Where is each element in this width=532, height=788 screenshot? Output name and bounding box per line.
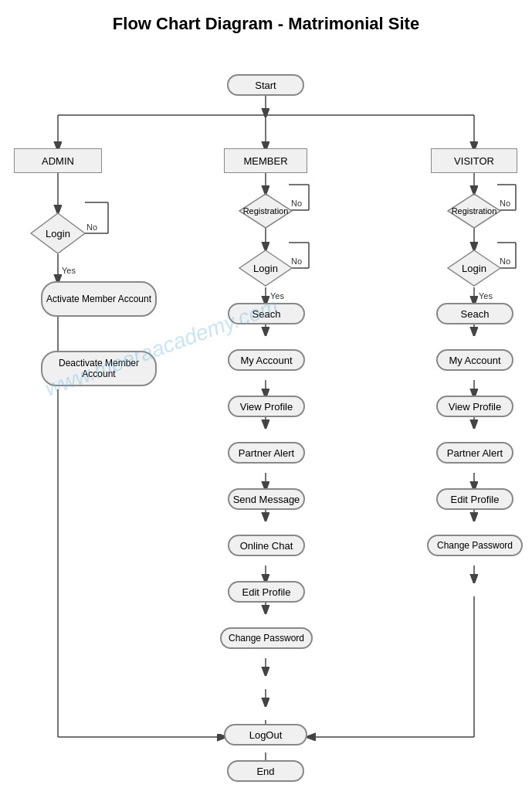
svg-text:Yes: Yes [62, 266, 76, 275]
visitor-editprofile-box: Edit Profile [436, 488, 513, 510]
end-node: End [227, 760, 304, 782]
activate-box: Activate Member Account [41, 281, 157, 317]
visitor-login-diamond: Login [446, 249, 502, 287]
logout-box: LogOut [224, 724, 307, 746]
visitor-changepassword-box: Change Password [427, 535, 523, 556]
admin-login-diamond: Login [29, 212, 86, 255]
start-node: Start [227, 74, 304, 96]
member-box: MEMBER [224, 148, 307, 173]
visitor-search-box: Seach [436, 303, 513, 324]
visitor-reg-diamond: Registration [446, 192, 502, 229]
admin-box: ADMIN [14, 148, 102, 173]
member-viewprofile-box: View Profile [228, 396, 305, 417]
svg-text:No: No [86, 222, 97, 232]
member-reg-diamond: Registration [238, 192, 293, 229]
visitor-partneralert-box: Partner Alert [436, 442, 513, 464]
member-account-box: My Account [228, 349, 305, 371]
deactivate-box: Deactivate Member Account [41, 351, 157, 386]
svg-text:Yes: Yes [479, 291, 493, 301]
member-partneralert-box: Partner Alert [228, 442, 305, 464]
member-onlinechat-box: Online Chat [228, 535, 305, 556]
member-search-box: Seach [228, 303, 305, 324]
page-title: Flow Chart Diagram - Matrimonial Site [0, 0, 532, 42]
visitor-box: VISITOR [431, 148, 517, 173]
svg-text:Yes: Yes [270, 291, 284, 301]
member-changepassword-box: Change Password [220, 627, 313, 649]
visitor-viewprofile-box: View Profile [436, 396, 513, 417]
member-login-diamond: Login [238, 249, 293, 287]
visitor-account-box: My Account [436, 349, 513, 371]
member-sendmessage-box: Send Message [228, 488, 305, 510]
member-editprofile-box: Edit Profile [228, 581, 305, 603]
